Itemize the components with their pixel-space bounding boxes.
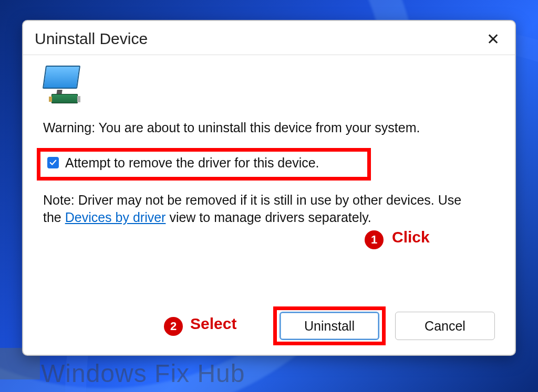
- remove-driver-checkbox[interactable]: [47, 157, 59, 168]
- uninstall-button[interactable]: Uninstall: [280, 312, 379, 340]
- uninstall-button-label: Uninstall: [304, 319, 355, 334]
- annotation-badge-1: 1: [365, 230, 384, 249]
- annotation-badge-2-number: 2: [170, 320, 177, 333]
- annotation-label-1: Click: [392, 228, 430, 246]
- remove-driver-checkbox-row[interactable]: Attempt to remove the driver for this de…: [43, 151, 369, 175]
- close-button[interactable]: ✕: [482, 28, 503, 49]
- titlebar: Uninstall Device ✕: [23, 21, 515, 55]
- uninstall-device-dialog: Uninstall Device ✕ Warning: You are abou…: [22, 20, 516, 356]
- display-adapter-icon: [41, 66, 88, 108]
- cancel-button[interactable]: Cancel: [395, 312, 495, 340]
- warning-text: Warning: You are about to uninstall this…: [43, 119, 495, 136]
- devices-by-driver-link[interactable]: Devices by driver: [65, 210, 166, 225]
- close-icon: ✕: [487, 30, 500, 48]
- note-text: Note: Driver may not be removed if it is…: [43, 192, 474, 227]
- note-suffix: view to manage drivers separately.: [165, 210, 371, 225]
- dialog-content: Warning: You are about to uninstall this…: [23, 55, 515, 312]
- cancel-button-label: Cancel: [425, 319, 465, 334]
- dialog-button-row: 2 Select Uninstall Cancel: [23, 312, 515, 355]
- annotation-badge-1-number: 1: [371, 233, 377, 247]
- annotation-label-2: Select: [190, 315, 236, 333]
- remove-driver-label: Attempt to remove the driver for this de…: [65, 155, 319, 171]
- checkmark-icon: [49, 159, 57, 166]
- watermark-text: Windows Fix Hub: [41, 359, 245, 388]
- dialog-title: Uninstall Device: [35, 30, 148, 48]
- annotation-badge-2: 2: [164, 317, 183, 336]
